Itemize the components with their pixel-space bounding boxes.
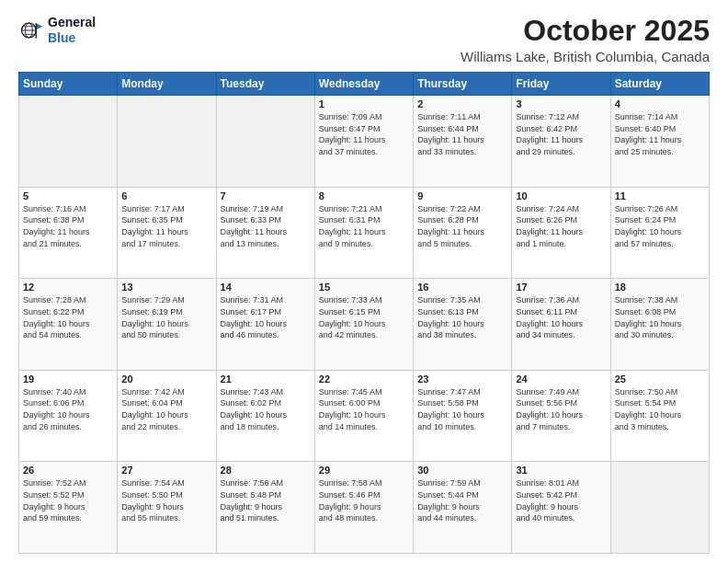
- table-row: 8Sunrise: 7:21 AM Sunset: 6:31 PM Daylig…: [314, 187, 413, 279]
- day-info: Sunrise: 7:36 AM Sunset: 6:11 PM Dayligh…: [516, 294, 606, 340]
- table-row: 5Sunrise: 7:16 AM Sunset: 6:38 PM Daylig…: [19, 187, 118, 279]
- day-number: 3: [516, 98, 606, 109]
- day-info: Sunrise: 7:29 AM Sunset: 6:19 PM Dayligh…: [121, 294, 211, 340]
- calendar-table: Sunday Monday Tuesday Wednesday Thursday…: [18, 72, 710, 554]
- table-row: [19, 96, 118, 188]
- table-row: 24Sunrise: 7:49 AM Sunset: 5:56 PM Dayli…: [512, 370, 610, 462]
- day-info: Sunrise: 7:43 AM Sunset: 6:02 PM Dayligh…: [221, 386, 311, 432]
- day-number: 24: [516, 373, 606, 385]
- table-row: 18Sunrise: 7:38 AM Sunset: 6:08 PM Dayli…: [610, 279, 709, 371]
- day-number: 18: [615, 282, 705, 293]
- table-row: 15Sunrise: 7:33 AM Sunset: 6:15 PM Dayli…: [314, 279, 413, 371]
- page: General Blue October 2025 Williams Lake,…: [0, 0, 728, 563]
- day-info: Sunrise: 7:54 AM Sunset: 5:50 PM Dayligh…: [121, 477, 211, 523]
- table-row: 11Sunrise: 7:26 AM Sunset: 6:24 PM Dayli…: [610, 187, 709, 279]
- day-number: 1: [319, 98, 409, 109]
- table-row: 27Sunrise: 7:54 AM Sunset: 5:50 PM Dayli…: [118, 462, 216, 554]
- day-info: Sunrise: 7:58 AM Sunset: 5:46 PM Dayligh…: [319, 477, 409, 523]
- day-number: 9: [417, 190, 507, 201]
- table-row: 26Sunrise: 7:52 AM Sunset: 5:52 PM Dayli…: [19, 462, 118, 554]
- day-number: 31: [516, 465, 606, 476]
- location-title: Williams Lake, British Columbia, Canada: [461, 49, 710, 64]
- day-number: 29: [319, 465, 409, 476]
- day-info: Sunrise: 7:42 AM Sunset: 6:04 PM Dayligh…: [121, 386, 211, 432]
- calendar-week-1: 1Sunrise: 7:09 AM Sunset: 6:47 PM Daylig…: [19, 96, 710, 188]
- col-sunday: Sunday: [19, 73, 118, 96]
- table-row: 31Sunrise: 8:01 AM Sunset: 5:42 PM Dayli…: [512, 462, 610, 554]
- table-row: 2Sunrise: 7:11 AM Sunset: 6:44 PM Daylig…: [414, 96, 512, 188]
- col-friday: Friday: [512, 73, 610, 96]
- day-info: Sunrise: 7:24 AM Sunset: 6:26 PM Dayligh…: [516, 203, 606, 249]
- day-number: 13: [121, 282, 211, 293]
- table-row: 14Sunrise: 7:31 AM Sunset: 6:17 PM Dayli…: [216, 279, 314, 371]
- table-row: 23Sunrise: 7:47 AM Sunset: 5:58 PM Dayli…: [414, 370, 512, 462]
- day-number: 19: [23, 373, 113, 385]
- table-row: 28Sunrise: 7:56 AM Sunset: 5:48 PM Dayli…: [216, 462, 314, 554]
- col-thursday: Thursday: [414, 73, 512, 96]
- calendar-header-row: Sunday Monday Tuesday Wednesday Thursday…: [19, 73, 710, 96]
- table-row: 17Sunrise: 7:36 AM Sunset: 6:11 PM Dayli…: [512, 279, 610, 371]
- day-info: Sunrise: 7:31 AM Sunset: 6:17 PM Dayligh…: [221, 294, 311, 340]
- logo-general: General: [48, 15, 96, 29]
- day-info: Sunrise: 7:26 AM Sunset: 6:24 PM Dayligh…: [615, 203, 705, 249]
- day-info: Sunrise: 7:38 AM Sunset: 6:08 PM Dayligh…: [615, 294, 705, 340]
- table-row: 20Sunrise: 7:42 AM Sunset: 6:04 PM Dayli…: [118, 370, 216, 462]
- day-number: 7: [221, 190, 311, 201]
- day-number: 4: [615, 98, 705, 109]
- col-monday: Monday: [118, 73, 216, 96]
- table-row: 4Sunrise: 7:14 AM Sunset: 6:40 PM Daylig…: [610, 96, 709, 188]
- month-title: October 2025: [461, 15, 710, 47]
- day-number: 8: [319, 190, 409, 201]
- table-row: 1Sunrise: 7:09 AM Sunset: 6:47 PM Daylig…: [314, 96, 413, 188]
- day-number: 10: [516, 190, 606, 201]
- col-saturday: Saturday: [610, 73, 709, 96]
- day-info: Sunrise: 7:28 AM Sunset: 6:22 PM Dayligh…: [23, 294, 113, 340]
- header: General Blue October 2025 Williams Lake,…: [18, 15, 710, 64]
- day-info: Sunrise: 7:12 AM Sunset: 6:42 PM Dayligh…: [516, 111, 606, 157]
- day-number: 17: [516, 282, 606, 293]
- table-row: 22Sunrise: 7:45 AM Sunset: 6:00 PM Dayli…: [314, 370, 413, 462]
- day-info: Sunrise: 7:40 AM Sunset: 6:06 PM Dayligh…: [23, 386, 113, 432]
- day-info: Sunrise: 7:50 AM Sunset: 5:54 PM Dayligh…: [615, 386, 705, 432]
- table-row: 19Sunrise: 7:40 AM Sunset: 6:06 PM Dayli…: [19, 370, 118, 462]
- day-number: 6: [121, 190, 211, 201]
- day-info: Sunrise: 7:52 AM Sunset: 5:52 PM Dayligh…: [23, 477, 113, 523]
- table-row: [610, 462, 709, 554]
- table-row: 6Sunrise: 7:17 AM Sunset: 6:35 PM Daylig…: [118, 187, 216, 279]
- calendar-week-5: 26Sunrise: 7:52 AM Sunset: 5:52 PM Dayli…: [19, 462, 710, 554]
- day-number: 23: [417, 373, 507, 385]
- table-row: 30Sunrise: 7:59 AM Sunset: 5:44 PM Dayli…: [414, 462, 512, 554]
- day-info: Sunrise: 7:33 AM Sunset: 6:15 PM Dayligh…: [319, 294, 409, 340]
- day-number: 28: [221, 465, 311, 476]
- day-info: Sunrise: 7:19 AM Sunset: 6:33 PM Dayligh…: [221, 203, 311, 249]
- table-row: 12Sunrise: 7:28 AM Sunset: 6:22 PM Dayli…: [19, 279, 118, 371]
- day-info: Sunrise: 7:45 AM Sunset: 6:00 PM Dayligh…: [319, 386, 409, 432]
- day-info: Sunrise: 7:49 AM Sunset: 5:56 PM Dayligh…: [516, 386, 606, 432]
- day-info: Sunrise: 7:21 AM Sunset: 6:31 PM Dayligh…: [319, 203, 409, 249]
- day-info: Sunrise: 7:14 AM Sunset: 6:40 PM Dayligh…: [615, 111, 705, 157]
- day-number: 14: [221, 282, 311, 293]
- col-wednesday: Wednesday: [314, 73, 413, 96]
- table-row: 3Sunrise: 7:12 AM Sunset: 6:42 PM Daylig…: [512, 96, 610, 188]
- day-info: Sunrise: 7:09 AM Sunset: 6:47 PM Dayligh…: [319, 111, 409, 157]
- day-info: Sunrise: 7:35 AM Sunset: 6:13 PM Dayligh…: [417, 294, 507, 340]
- table-row: 25Sunrise: 7:50 AM Sunset: 5:54 PM Dayli…: [610, 370, 709, 462]
- table-row: [216, 96, 314, 188]
- day-number: 12: [23, 282, 113, 293]
- table-row: 10Sunrise: 7:24 AM Sunset: 6:26 PM Dayli…: [512, 187, 610, 279]
- day-number: 15: [319, 282, 409, 293]
- day-number: 25: [615, 373, 705, 385]
- table-row: 29Sunrise: 7:58 AM Sunset: 5:46 PM Dayli…: [314, 462, 413, 554]
- day-info: Sunrise: 7:59 AM Sunset: 5:44 PM Dayligh…: [417, 477, 507, 523]
- day-info: Sunrise: 7:16 AM Sunset: 6:38 PM Dayligh…: [23, 203, 113, 249]
- day-number: 22: [319, 373, 409, 385]
- table-row: 7Sunrise: 7:19 AM Sunset: 6:33 PM Daylig…: [216, 187, 314, 279]
- day-number: 11: [615, 190, 705, 201]
- day-number: 30: [417, 465, 507, 476]
- day-info: Sunrise: 7:56 AM Sunset: 5:48 PM Dayligh…: [221, 477, 311, 523]
- day-number: 26: [23, 465, 113, 476]
- calendar-body: 1Sunrise: 7:09 AM Sunset: 6:47 PM Daylig…: [19, 96, 710, 554]
- day-number: 16: [417, 282, 507, 293]
- day-info: Sunrise: 7:17 AM Sunset: 6:35 PM Dayligh…: [121, 203, 211, 249]
- day-number: 20: [121, 373, 211, 385]
